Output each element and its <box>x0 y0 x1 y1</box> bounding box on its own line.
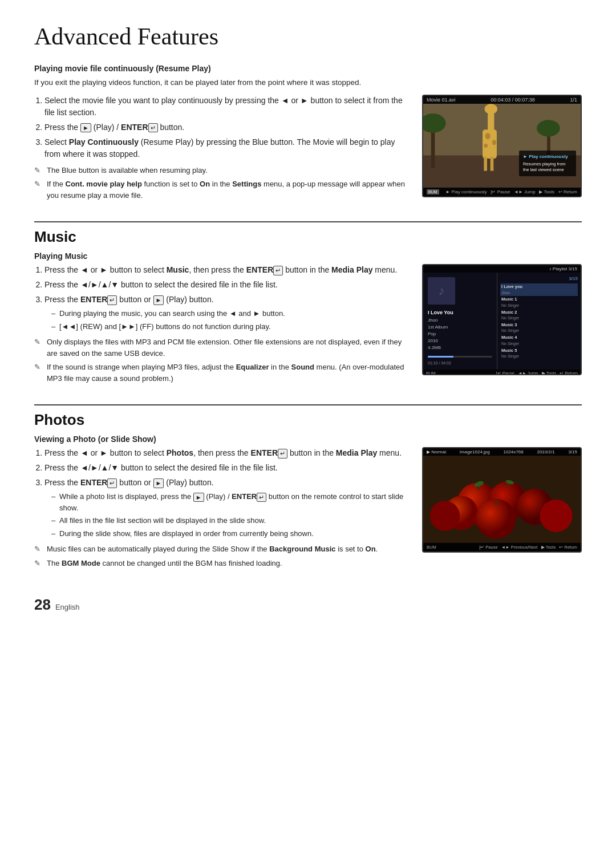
music-subsection-title: Playing Music <box>34 251 582 261</box>
bgm-tag: BUM <box>427 189 439 194</box>
play-icon-photos: ► <box>153 478 164 488</box>
photos-content: Press the ◄ or ► button to select Photos… <box>34 447 582 573</box>
music-screen-mockup: ♪ Playlist 3/15 ♪ I Love You Jhon 1st Al… <box>422 264 582 375</box>
movie-step-2: Press the ► (Play) / ENTER↵ button. <box>44 121 406 133</box>
movie-controls: ► Play continuously [↵ Pause ◄► Jump ▶ T… <box>445 189 577 194</box>
music-step-1: Press the ◄ or ► button to select Music,… <box>44 264 406 276</box>
photos-notes: Music files can be automatically played … <box>34 543 406 569</box>
movie-text-col: Select the movie file you want to play c… <box>34 95 406 206</box>
music-progress-fill <box>428 356 453 358</box>
movie-steps: Select the movie file you want to play c… <box>44 95 406 160</box>
music-album: 1st Album <box>428 324 492 331</box>
enter-button-icon: ↵ <box>148 123 158 132</box>
music-screen-main: ♪ I Love You Jhon 1st Album Pop 2010 4.2… <box>423 273 581 370</box>
movie-screen-mockup: Movie 01.avi 00:04:03 / 00:07:38 1/1 <box>422 95 582 197</box>
svg-point-12 <box>492 140 496 145</box>
photos-sub-note-2: All files in the file list section will … <box>51 515 406 526</box>
photos-bgm-tag: BUM <box>427 545 436 550</box>
movie-screen-top-bar: Movie 01.avi 00:04:03 / 00:07:38 1/1 <box>423 96 581 104</box>
movie-popup: ► Play continuously Resumes playing from… <box>519 151 576 176</box>
music-info-panel: ♪ I Love You Jhon 1st Album Pop 2010 4.2… <box>423 273 497 370</box>
playlist-track-title-2: Music 2 <box>501 310 577 316</box>
music-artist: Jhon <box>428 317 492 324</box>
playlist-track-title-0: I Love you <box>501 284 577 290</box>
music-time-current: 01:10 <box>428 361 438 365</box>
svg-point-27 <box>540 500 572 532</box>
movie-step-1: Select the movie file you want to play c… <box>44 95 406 119</box>
music-screen-top-bar: ♪ Playlist 3/15 <box>423 265 581 273</box>
enter-icon-music1: ↵ <box>273 266 283 275</box>
playlist-track-title-1: Music 1 <box>501 297 577 303</box>
music-note-1: Only displays the files with MP3 and PCM… <box>34 336 406 359</box>
music-step-2: Press the ◄/►/▲/▼ button to select the d… <box>44 279 406 291</box>
playlist-item-2: Music 2 No Singer <box>500 309 578 322</box>
playlist-item-3: Music 3 No Singer <box>500 322 578 334</box>
play-icon-photos-sub: ► <box>193 493 204 502</box>
movie-popup-text: Resumes playing from the last viewed sce… <box>523 161 572 173</box>
photos-controls: [↵ Pause ◄► Previous/Next ▶ Tools ↩ Retu… <box>479 545 577 550</box>
photos-screen-content <box>423 456 581 543</box>
music-time-total: 04:02 <box>441 361 451 365</box>
music-screen-col: ♪ Playlist 3/15 ♪ I Love You Jhon 1st Al… <box>422 264 582 375</box>
page-language: English <box>55 603 80 611</box>
enter-icon-photos1: ↵ <box>278 449 287 458</box>
music-text-col: Press the ◄ or ► button to select Music,… <box>34 264 406 388</box>
music-playlist-panel: 3/15 I Love you Jhon Music 1 No Singer M… <box>497 273 581 370</box>
photos-screen-bottom-bar: BUM [↵ Pause ◄► Previous/Next ▶ Tools ↩ … <box>423 543 581 551</box>
music-note-2: If the sound is strange when playing MP3… <box>34 362 406 384</box>
svg-point-11 <box>485 132 491 139</box>
playlist-track-sub-3: No Singer <box>501 328 577 334</box>
apples-svg <box>423 456 581 543</box>
music-playlist-count: ♪ Playlist 3/15 <box>549 266 577 271</box>
movie-popup-title: ► Play continuously <box>523 153 572 160</box>
svg-rect-9 <box>484 156 487 171</box>
music-filesize: 4.2MB <box>428 344 492 351</box>
movie-counter: 1/1 <box>570 97 577 103</box>
playlist-track-sub-4: No Singer <box>501 341 577 347</box>
page-title: Advanced Features <box>34 23 582 50</box>
enter-icon-photos-sub: ↵ <box>257 493 266 502</box>
play-icon-music: ► <box>153 295 164 305</box>
photos-sub-note-1: While a photo list is displayed, press t… <box>51 491 406 513</box>
photos-subsection-title: Viewing a Photo (or Slide Show) <box>34 435 582 444</box>
music-progress-bar <box>428 356 492 358</box>
music-genre: Pop <box>428 331 492 338</box>
enter-icon-music2: ↵ <box>107 295 117 305</box>
photos-counter: 3/15 <box>568 449 577 455</box>
page-number: 28 <box>34 596 51 614</box>
music-steps: Press the ◄ or ► button to select Music,… <box>44 264 406 332</box>
photos-screen-mockup: ▶ Normal Image1024.jpg 1024x768 2010/2/1… <box>422 447 582 553</box>
photos-steps: Press the ◄ or ► button to select Photos… <box>44 447 406 539</box>
music-year: 2010 <box>428 338 492 344</box>
music-sub-note-2: [◄◄] (REW) and [►►] (FF) buttons do not … <box>51 321 406 332</box>
photos-filename: Image1024.jpg <box>460 449 490 455</box>
music-divider <box>34 221 582 222</box>
photos-text-col: Press the ◄ or ► button to select Photos… <box>34 447 406 573</box>
playlist-track-sub-1: No Singer <box>501 303 577 309</box>
playlist-track-title-4: Music 4 <box>501 335 577 341</box>
photos-date: 2010/2/1 <box>537 449 554 455</box>
svg-point-13 <box>484 144 488 148</box>
photos-screen-top-bar: ▶ Normal Image1024.jpg 1024x768 2010/2/1… <box>423 448 581 456</box>
music-sub-notes: During playing the music, you can search… <box>51 308 406 332</box>
playlist-item-1: Music 1 No Singer <box>500 296 578 309</box>
photos-screen-col: ▶ Normal Image1024.jpg 1024x768 2010/2/1… <box>422 447 582 553</box>
svg-point-8 <box>484 104 497 114</box>
playlist-track-sub-2: No Singer <box>501 315 577 321</box>
photos-resolution: 1024x768 <box>504 449 524 455</box>
movie-subsection-title: Playing movie file continuously (Resume … <box>34 64 582 73</box>
playlist-track-title-5: Music 5 <box>501 348 577 354</box>
movie-note-2: If the Cont. movie play help function is… <box>34 178 406 201</box>
movie-notes: The Blue button is available when resumi… <box>34 165 406 201</box>
giraffe-scene: ► Play continuously Resumes playing from… <box>423 104 581 188</box>
movie-step-3: Select Play Continuously (Resume Play) b… <box>44 136 406 160</box>
photos-note-2: The BGM Mode cannot be changed until the… <box>34 558 406 569</box>
music-playlist-header: 3/15 <box>500 276 578 281</box>
photos-step-2: Press the ◄/►/▲/▼ button to select the d… <box>44 462 406 474</box>
playlist-item-0: I Love you Jhon <box>500 283 578 296</box>
play-button-icon: ► <box>80 123 91 132</box>
photos-note-1: Music files can be automatically played … <box>34 543 406 555</box>
music-note-icon: ♪ <box>439 283 445 298</box>
movie-screen-col: Movie 01.avi 00:04:03 / 00:07:38 1/1 <box>422 95 582 197</box>
music-step-3: Press the ENTER↵ button or ► (Play) butt… <box>44 294 406 332</box>
